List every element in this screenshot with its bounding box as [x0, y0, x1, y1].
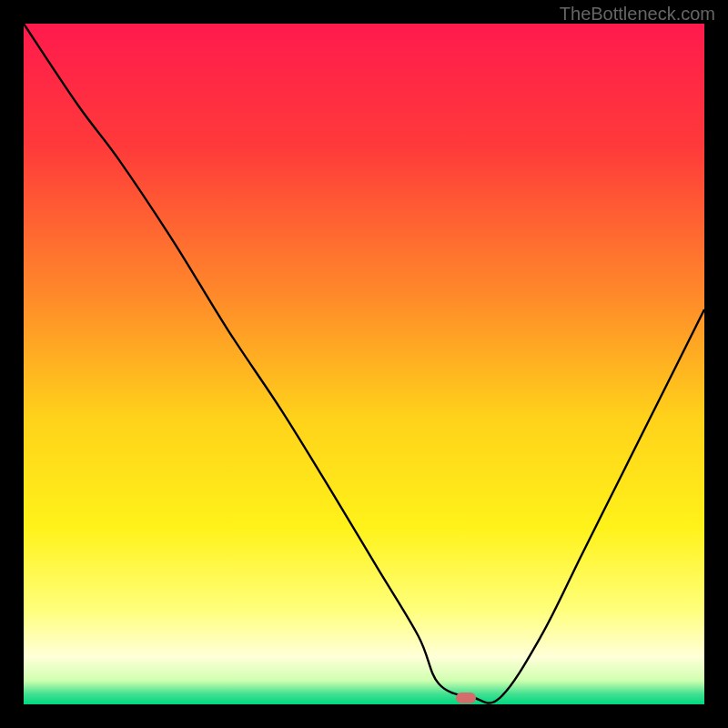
watermark-text: TheBottleneck.com [560, 4, 715, 25]
curve-layer [24, 24, 704, 704]
optimal-point-marker [456, 693, 476, 703]
chart-container: TheBottleneck.com [0, 0, 728, 728]
plot-area [24, 24, 704, 704]
bottleneck-curve [24, 24, 704, 703]
